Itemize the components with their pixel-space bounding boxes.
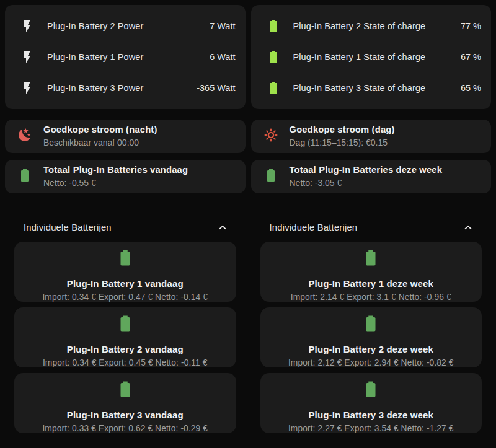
battery-icon bbox=[361, 380, 380, 398]
battery-card-title: Plug-In Battery 2 deze week bbox=[308, 345, 433, 355]
battery-icon bbox=[261, 19, 286, 33]
battery-card-stats: Import: 0.34 € Export: 0.47 € Netto: -0.… bbox=[42, 292, 208, 302]
section-title: Individuele Batterijen bbox=[24, 222, 112, 232]
entity-name: Plug-In Battery 1 Power bbox=[47, 52, 205, 62]
moon-stars-icon bbox=[17, 128, 32, 145]
section-title: Individuele Batterijen bbox=[270, 222, 358, 232]
entity-name: Plug-In Battery 3 Power bbox=[47, 83, 192, 93]
battery-card-title: Plug-In Battery 1 vandaag bbox=[67, 279, 184, 289]
chevron-up-icon[interactable] bbox=[216, 221, 229, 234]
entity-row-battery3-soc[interactable]: Plug-In Battery 3 State of charge 65 % bbox=[261, 76, 482, 100]
card-subtitle: Netto: -0.55 € bbox=[43, 177, 188, 189]
entity-name: Plug-In Battery 3 State of charge bbox=[293, 83, 456, 93]
battery-icon bbox=[261, 81, 286, 95]
battery-card-stats: Import: 0.33 € Export: 0.62 € Netto: -0.… bbox=[42, 424, 208, 433]
section-header-week[interactable]: Individuele Batterijen bbox=[251, 218, 492, 237]
battery-icon bbox=[361, 314, 380, 333]
battery2-week-card[interactable]: Plug-In Battery 2 deze week Import: 2.12… bbox=[260, 307, 482, 367]
soc-entities-card: Plug-In Battery 2 State of charge 77 % P… bbox=[251, 5, 492, 109]
chevron-up-icon[interactable] bbox=[461, 221, 475, 234]
battery1-today-card[interactable]: Plug-In Battery 1 vandaag Import: 0.34 €… bbox=[14, 242, 236, 302]
card-title: Totaal Plug-In Batteries deze week bbox=[290, 164, 443, 177]
battery-icon bbox=[264, 168, 278, 185]
total-week-card[interactable]: Totaal Plug-In Batteries deze week Netto… bbox=[251, 160, 492, 193]
individual-batteries-sections: Individuele Batterijen Plug-In Battery 1… bbox=[5, 218, 491, 433]
totals-row: Totaal Plug-In Batteries vandaag Netto: … bbox=[5, 160, 491, 193]
battery3-week-card[interactable]: Plug-In Battery 3 deze week Import: 2.27… bbox=[260, 373, 482, 433]
card-subtitle: Netto: -3.05 € bbox=[290, 177, 443, 189]
entity-row-battery2-power[interactable]: Plug-In Battery 2 Power 7 Watt bbox=[15, 14, 236, 38]
battery-icon bbox=[261, 50, 286, 64]
entity-value: 77 % bbox=[461, 21, 481, 31]
total-today-card[interactable]: Totaal Plug-In Batteries vandaag Netto: … bbox=[5, 160, 246, 193]
battery-card-title: Plug-In Battery 3 vandaag bbox=[67, 410, 184, 421]
battery-card-title: Plug-In Battery 1 deze week bbox=[308, 279, 433, 289]
entity-row-battery1-soc[interactable]: Plug-In Battery 1 State of charge 67 % bbox=[261, 45, 482, 69]
battery3-today-card[interactable]: Plug-In Battery 3 vandaag Import: 0.33 €… bbox=[14, 373, 236, 433]
cheap-power-day-card[interactable]: Goedkope stroom (dag) Dag (11:15–15:15):… bbox=[251, 120, 492, 153]
card-title: Goedkope stroom (nacht) bbox=[43, 124, 157, 136]
battery2-today-card[interactable]: Plug-In Battery 2 vandaag Import: 0.34 €… bbox=[14, 307, 236, 367]
entity-value: -365 Watt bbox=[197, 83, 235, 93]
battery-icon bbox=[17, 168, 32, 185]
battery-icon bbox=[361, 248, 380, 267]
entity-row-battery3-power[interactable]: Plug-In Battery 3 Power -365 Watt bbox=[15, 76, 236, 100]
flash-icon bbox=[15, 50, 40, 64]
battery-card-title: Plug-In Battery 2 vandaag bbox=[67, 345, 184, 355]
battery-card-title: Plug-In Battery 3 deze week bbox=[308, 410, 433, 421]
card-title: Goedkope stroom (dag) bbox=[290, 124, 395, 136]
battery-icon bbox=[116, 314, 135, 333]
flash-icon bbox=[15, 19, 40, 33]
cheap-power-night-card[interactable]: Goedkope stroom (nacht) Beschikbaar vana… bbox=[5, 120, 246, 153]
section-cards-today: Plug-In Battery 1 vandaag Import: 0.34 €… bbox=[14, 242, 236, 433]
battery-card-stats: Import: 2.14 € Export: 3.1 € Netto: -0.9… bbox=[291, 292, 451, 302]
section-header-today[interactable]: Individuele Batterijen bbox=[5, 218, 246, 237]
battery-icon bbox=[116, 248, 135, 267]
cheap-power-row: Goedkope stroom (nacht) Beschikbaar vana… bbox=[5, 120, 491, 153]
entity-value: 7 Watt bbox=[210, 21, 235, 31]
entity-row-battery2-soc[interactable]: Plug-In Battery 2 State of charge 77 % bbox=[261, 14, 482, 38]
card-subtitle: Dag (11:15–15:15): €0.15 bbox=[290, 137, 395, 149]
power-entities-card: Plug-In Battery 2 Power 7 Watt Plug-In B… bbox=[5, 5, 246, 109]
battery1-week-card[interactable]: Plug-In Battery 1 deze week Import: 2.14… bbox=[260, 242, 482, 302]
entity-name: Plug-In Battery 2 State of charge bbox=[293, 21, 456, 31]
entity-row-battery1-power[interactable]: Plug-In Battery 1 Power 6 Watt bbox=[15, 45, 236, 69]
battery-card-stats: Import: 0.34 € Export: 0.45 € Netto: -0.… bbox=[43, 358, 208, 367]
sun-icon bbox=[264, 128, 278, 145]
flash-icon bbox=[15, 81, 40, 95]
section-individual-today: Individuele Batterijen Plug-In Battery 1… bbox=[5, 218, 246, 433]
battery-card-stats: Import: 2.27 € Export: 3.54 € Netto: -1.… bbox=[288, 424, 454, 433]
section-cards-week: Plug-In Battery 1 deze week Import: 2.14… bbox=[260, 242, 482, 433]
card-title: Totaal Plug-In Batteries vandaag bbox=[43, 164, 188, 177]
entity-value: 65 % bbox=[461, 83, 481, 93]
battery-card-stats: Import: 2.12 € Export: 2.94 € Netto: -0.… bbox=[288, 358, 454, 367]
entity-name: Plug-In Battery 2 Power bbox=[47, 21, 205, 31]
entity-value: 67 % bbox=[461, 52, 481, 62]
card-subtitle: Beschikbaar vanaf 00:00 bbox=[43, 137, 157, 149]
battery-icon bbox=[116, 380, 135, 398]
entity-name: Plug-In Battery 1 State of charge bbox=[293, 52, 456, 62]
top-entities-row: Plug-In Battery 2 Power 7 Watt Plug-In B… bbox=[5, 5, 491, 109]
section-individual-week: Individuele Batterijen Plug-In Battery 1… bbox=[251, 218, 492, 433]
entity-value: 6 Watt bbox=[210, 52, 235, 62]
